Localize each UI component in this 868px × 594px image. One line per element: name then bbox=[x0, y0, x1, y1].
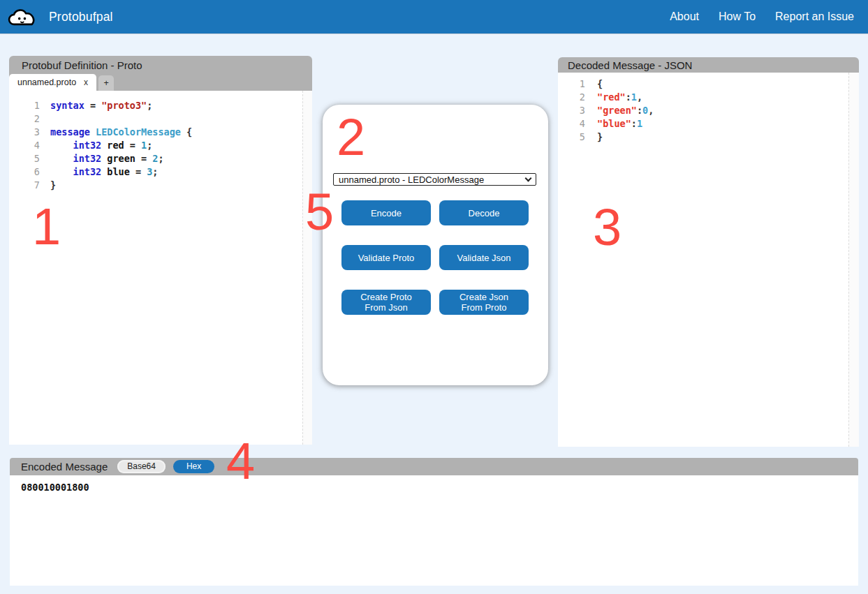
line-number: 4 bbox=[558, 117, 585, 131]
line-number: 4 bbox=[9, 139, 40, 152]
message-select[interactable]: unnamed.proto - LEDColorMessage bbox=[333, 173, 536, 186]
nav-link-how-to[interactable]: How To bbox=[709, 10, 765, 23]
proto-editor-gutter bbox=[302, 91, 312, 445]
code-text bbox=[40, 112, 50, 126]
line-number: 5 bbox=[558, 131, 585, 144]
code-text: } bbox=[585, 131, 603, 144]
tab-unnamed-proto[interactable]: unnamed.proto x bbox=[9, 74, 96, 91]
chevron-down-icon bbox=[525, 175, 532, 181]
json-editor-gutter bbox=[848, 73, 859, 447]
encoded-message-panel: Encoded Message Base64 Hex 080010001800 bbox=[10, 458, 858, 586]
cloud-logo-icon bbox=[7, 6, 38, 28]
line-number: 3 bbox=[9, 126, 40, 139]
json-code-editor[interactable]: 1{2"red":1,3"green":0,4"blue":15} bbox=[558, 73, 848, 447]
line-number: 1 bbox=[9, 99, 40, 112]
hex-toggle-button[interactable]: Hex bbox=[173, 460, 214, 473]
decode-button[interactable]: Decode bbox=[439, 200, 529, 225]
line-number: 3 bbox=[558, 104, 585, 117]
code-line: 2"red":1, bbox=[558, 91, 848, 104]
code-line: 3"green":0, bbox=[558, 104, 848, 117]
navbar: Protobufpal About How To Report an Issue bbox=[0, 0, 868, 34]
create-json-from-proto-button[interactable]: Create Json From Proto bbox=[439, 290, 529, 315]
decoded-panel-title: Decoded Message - JSON bbox=[568, 59, 692, 71]
nav-link-about[interactable]: About bbox=[660, 10, 709, 23]
new-tab-button[interactable]: + bbox=[98, 75, 114, 91]
code-text: { bbox=[585, 77, 603, 91]
code-line: 7} bbox=[9, 179, 302, 192]
validate-proto-button[interactable]: Validate Proto bbox=[341, 245, 431, 270]
code-text: "green":0, bbox=[585, 104, 654, 117]
line-number: 6 bbox=[9, 165, 40, 179]
base64-toggle-button[interactable]: Base64 bbox=[117, 460, 165, 473]
code-text: int32 red = 1; bbox=[40, 139, 152, 152]
nav-links: About How To Report an Issue bbox=[660, 10, 868, 23]
code-line: 4 int32 red = 1; bbox=[9, 139, 302, 152]
action-buttons: Encode Decode Validate Proto Validate Js… bbox=[341, 200, 529, 315]
line-number: 2 bbox=[9, 112, 40, 126]
proto-panel-title: Protobuf Definition - Proto bbox=[22, 59, 142, 71]
json-editor-wrap: 1{2"red":1,3"green":0,4"blue":15} bbox=[558, 73, 859, 447]
code-line: 1{ bbox=[558, 77, 848, 91]
line-number: 7 bbox=[9, 179, 40, 192]
actions-card: unnamed.proto - LEDColorMessage Encode D… bbox=[323, 105, 548, 385]
code-text: int32 blue = 3; bbox=[40, 165, 158, 179]
decoded-message-panel: Decoded Message - JSON 1{2"red":1,3"gree… bbox=[558, 57, 859, 447]
code-text: syntax = "proto3"; bbox=[40, 99, 152, 112]
create-proto-from-json-button[interactable]: Create Proto From Json bbox=[341, 290, 431, 315]
line-number: 5 bbox=[9, 152, 40, 165]
code-line: 3message LEDColorMessage { bbox=[9, 126, 302, 139]
code-text: } bbox=[40, 179, 56, 192]
nav-link-report-issue[interactable]: Report an Issue bbox=[765, 10, 864, 23]
encode-button[interactable]: Encode bbox=[341, 200, 431, 225]
proto-definition-panel: Protobuf Definition - Proto unnamed.prot… bbox=[9, 56, 312, 445]
code-line: 4"blue":1 bbox=[558, 117, 848, 131]
encoded-message-value[interactable]: 080010001800 bbox=[10, 475, 858, 586]
code-line: 5 int32 green = 2; bbox=[9, 152, 302, 165]
encoded-panel-header: Encoded Message Base64 Hex bbox=[10, 458, 858, 475]
code-line: 6 int32 blue = 3; bbox=[9, 165, 302, 179]
code-line: 1syntax = "proto3"; bbox=[9, 99, 302, 112]
code-line: 2 bbox=[9, 112, 302, 126]
code-line: 5} bbox=[558, 131, 848, 144]
proto-code-editor[interactable]: 1syntax = "proto3";23message LEDColorMes… bbox=[9, 91, 302, 445]
proto-editor-wrap: 1syntax = "proto3";23message LEDColorMes… bbox=[9, 91, 312, 445]
line-number: 2 bbox=[558, 91, 585, 104]
line-number: 1 bbox=[558, 77, 585, 91]
proto-panel-header: Protobuf Definition - Proto bbox=[9, 56, 312, 74]
proto-tab-bar: unnamed.proto x + bbox=[9, 74, 312, 91]
tab-close-icon[interactable]: x bbox=[84, 77, 88, 87]
message-select-value: unnamed.proto - LEDColorMessage bbox=[339, 175, 484, 185]
app-title: Protobufpal bbox=[49, 10, 113, 24]
decoded-panel-header: Decoded Message - JSON bbox=[558, 57, 859, 73]
tab-label: unnamed.proto bbox=[17, 77, 76, 87]
code-text: message LEDColorMessage { bbox=[40, 126, 192, 139]
encoded-panel-title: Encoded Message bbox=[21, 461, 108, 473]
code-text: "red":1, bbox=[585, 91, 642, 104]
validate-json-button[interactable]: Validate Json bbox=[439, 245, 529, 270]
code-text: int32 green = 2; bbox=[40, 152, 164, 165]
code-text: "blue":1 bbox=[585, 117, 642, 131]
